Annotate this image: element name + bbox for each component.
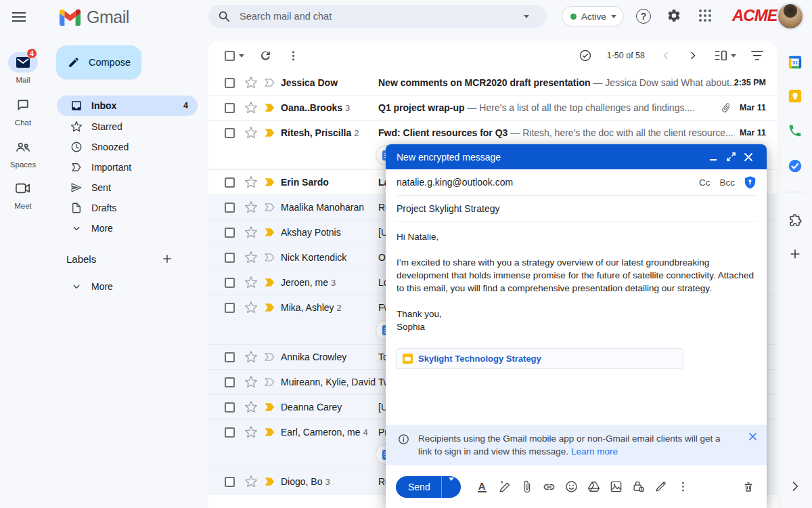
help-me-write-button[interactable]: [498, 480, 511, 493]
sidebar-item-inbox[interactable]: Inbox 4: [57, 96, 198, 116]
newer-page-icon[interactable]: [660, 49, 672, 62]
bcc-button[interactable]: Bcc: [719, 177, 735, 188]
row-checkbox[interactable]: [225, 228, 235, 238]
send-options-caret[interactable]: [442, 481, 461, 493]
list-row[interactable]: Jessica DowNew comments on MCR2020 draft…: [208, 70, 777, 96]
insert-from-drive-button[interactable]: [587, 480, 600, 493]
sidepanel-collapse-button[interactable]: [787, 478, 803, 494]
row-checkbox[interactable]: [225, 303, 235, 313]
star-icon[interactable]: [244, 301, 258, 314]
cc-button[interactable]: Cc: [699, 177, 710, 188]
star-icon[interactable]: [244, 226, 258, 239]
filter-icon[interactable]: [751, 50, 763, 61]
sidebar-item-starred[interactable]: Starred: [57, 117, 198, 137]
sidepanel-add-button[interactable]: [787, 246, 803, 262]
sidebar-labels-more[interactable]: More: [57, 276, 198, 297]
rail-item-mail[interactable]: 4 Mail: [0, 52, 46, 84]
star-icon[interactable]: [244, 375, 258, 389]
star-icon[interactable]: [244, 101, 258, 114]
more-send-options-button[interactable]: [677, 480, 690, 493]
rail-item-chat[interactable]: Chat: [0, 95, 46, 127]
search-bar[interactable]: Search mail and chat: [208, 5, 547, 28]
banner-close-button[interactable]: [748, 432, 757, 465]
sidepanel-voice-button[interactable]: [787, 123, 803, 139]
rail-item-spaces[interactable]: Spaces: [0, 137, 46, 169]
star-icon[interactable]: [244, 350, 258, 364]
sidepanel-calendar-button[interactable]: 31: [787, 54, 803, 70]
sidepanel-addons-button[interactable]: [787, 212, 803, 228]
select-all-checkbox[interactable]: [225, 51, 235, 61]
compose-header[interactable]: New encrypted message: [386, 144, 767, 169]
importance-marker-icon[interactable]: [263, 351, 277, 363]
sidebar-item-important[interactable]: Important: [57, 157, 198, 177]
star-icon[interactable]: [244, 126, 258, 140]
banner-learn-more-link[interactable]: Learn more: [571, 446, 618, 457]
select-caret-icon[interactable]: [239, 54, 244, 58]
compose-button[interactable]: Compose: [56, 45, 141, 79]
star-icon[interactable]: [244, 276, 258, 289]
star-icon[interactable]: [244, 76, 258, 89]
row-checkbox[interactable]: [225, 103, 235, 113]
formatting-options-button[interactable]: A: [476, 480, 489, 493]
minimize-button[interactable]: [704, 152, 722, 162]
row-checkbox[interactable]: [225, 278, 235, 288]
importance-marker-icon[interactable]: [263, 301, 277, 314]
star-icon[interactable]: [244, 251, 258, 264]
sidepanel-keep-button[interactable]: [787, 88, 803, 104]
sidebar-item-snoozed[interactable]: Snoozed: [57, 137, 198, 157]
insert-signature-button[interactable]: [654, 480, 667, 493]
settings-button[interactable]: [666, 7, 682, 24]
sidebar-item-sent[interactable]: Sent: [57, 177, 198, 198]
sidebar-item-drafts[interactable]: Drafts: [57, 198, 198, 218]
close-compose-button[interactable]: [740, 152, 757, 162]
insert-photo-button[interactable]: [610, 480, 623, 493]
select-status-icon[interactable]: [579, 49, 592, 62]
star-icon[interactable]: [244, 425, 258, 439]
older-page-icon[interactable]: [687, 49, 699, 62]
importance-marker-icon[interactable]: [263, 226, 277, 238]
importance-marker-icon[interactable]: [263, 376, 277, 388]
main-menu-button[interactable]: [9, 7, 28, 26]
row-checkbox[interactable]: [225, 253, 235, 263]
sidebar-item-more[interactable]: More: [57, 218, 198, 238]
row-checkbox[interactable]: [225, 128, 235, 138]
attach-files-button[interactable]: [520, 480, 533, 493]
search-options-icon[interactable]: [524, 15, 529, 18]
importance-marker-icon[interactable]: [263, 401, 277, 413]
discard-draft-button[interactable]: [742, 480, 754, 493]
row-checkbox[interactable]: [225, 402, 235, 412]
popout-button[interactable]: [722, 152, 740, 161]
importance-marker-icon[interactable]: [263, 475, 277, 488]
rail-item-meet[interactable]: Meet: [0, 178, 46, 210]
row-checkbox[interactable]: [225, 203, 235, 213]
importance-marker-icon[interactable]: [263, 102, 277, 114]
subject-row[interactable]: Project Skylight Strategy: [397, 196, 756, 222]
send-button[interactable]: Send: [396, 476, 461, 498]
row-checkbox[interactable]: [225, 427, 235, 438]
importance-marker-icon[interactable]: [263, 276, 277, 289]
row-checkbox[interactable]: [225, 377, 235, 387]
status-selector[interactable]: Active: [562, 6, 624, 26]
row-checkbox[interactable]: [225, 352, 235, 362]
insert-link-button[interactable]: [543, 480, 556, 493]
star-icon[interactable]: [244, 475, 258, 488]
compose-body[interactable]: Hi Natalie, I’m excited to share with yo…: [397, 230, 756, 333]
sidepanel-tasks-button[interactable]: [787, 158, 803, 174]
importance-marker-icon[interactable]: [263, 201, 277, 213]
star-icon[interactable]: [244, 200, 258, 214]
row-checkbox[interactable]: [225, 177, 235, 188]
encryption-shield-icon[interactable]: [744, 176, 756, 189]
recipients-row[interactable]: natalie.g.king@outlook.com CcBcc: [397, 169, 756, 196]
importance-marker-icon[interactable]: [263, 77, 277, 89]
star-icon[interactable]: [244, 400, 258, 414]
avatar[interactable]: [778, 4, 803, 28]
star-icon[interactable]: [244, 175, 258, 189]
more-options-icon[interactable]: [287, 49, 300, 62]
refresh-icon[interactable]: [259, 49, 272, 62]
insert-emoji-button[interactable]: [565, 480, 578, 493]
row-checkbox[interactable]: [225, 477, 235, 487]
importance-marker-icon[interactable]: [263, 127, 277, 139]
attachment-chip[interactable]: Skylight Technology Strategy: [396, 348, 683, 369]
support-button[interactable]: ?: [635, 8, 652, 24]
confidential-mode-button[interactable]: [632, 480, 645, 493]
